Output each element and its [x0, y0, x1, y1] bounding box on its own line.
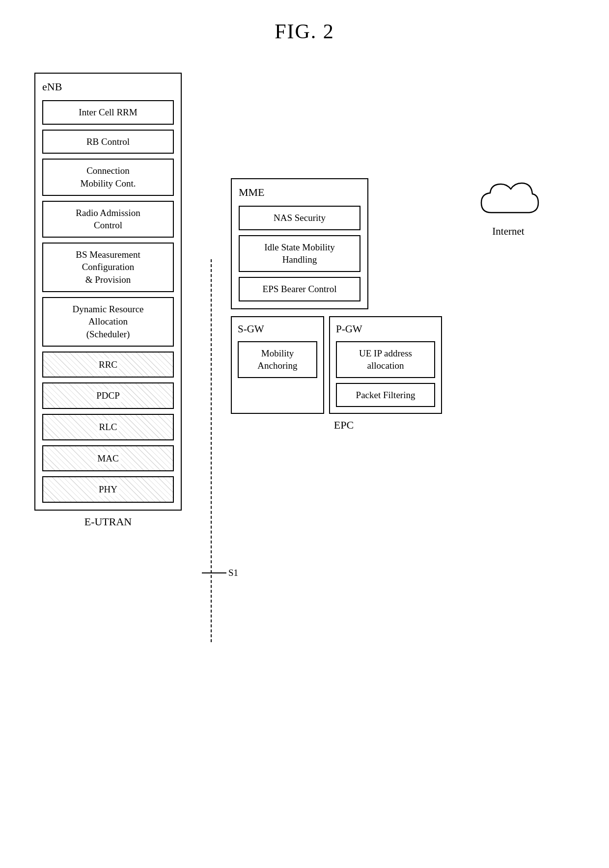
pgw-outer-box: P-GW UE IP addressallocation Packet Filt…: [329, 316, 442, 414]
epc-label: EPC: [231, 419, 457, 432]
rrc-label: RRC: [97, 358, 119, 371]
ue-ip-box: UE IP addressallocation: [336, 341, 435, 378]
rlc-box: RLC: [42, 414, 174, 440]
idle-state-box: Idle State MobilityHandling: [239, 235, 360, 272]
eps-bearer-box: EPS Bearer Control: [239, 277, 360, 301]
page: FIG. 2 eNB Inter Cell RRM RB Control Con…: [0, 0, 609, 868]
s1-section: S1: [192, 73, 231, 642]
rrc-box: RRC: [42, 352, 174, 378]
mac-label: MAC: [95, 452, 120, 465]
gw-row: S-GW MobilityAnchoring P-GW UE IP addres…: [231, 316, 457, 414]
e-utran-label: E-UTRAN: [34, 515, 182, 528]
internet-section: Internet: [476, 178, 540, 238]
packet-filtering-text: Packet Filtering: [356, 390, 415, 400]
s1-label-container: S1: [202, 568, 238, 578]
mme-label: MME: [239, 186, 360, 199]
mobility-anchoring-box: MobilityAnchoring: [238, 341, 317, 378]
mme-outer-box: MME NAS Security Idle State MobilityHand…: [231, 178, 368, 309]
s1-horizontal-line: [202, 572, 226, 573]
pgw-label: P-GW: [336, 323, 435, 335]
pdcp-box: PDCP: [42, 382, 174, 409]
sgw-outer-box: S-GW MobilityAnchoring: [231, 316, 324, 414]
diagram-container: eNB Inter Cell RRM RB Control Connection…: [20, 73, 589, 642]
sgw-label: S-GW: [238, 323, 317, 335]
internet-cloud-icon: [476, 178, 540, 222]
s1-dashed-line: S1: [211, 259, 212, 642]
phy-label: PHY: [97, 483, 119, 496]
nas-security-text: NAS Security: [274, 213, 326, 223]
connection-mobility-box: ConnectionMobility Cont.: [42, 159, 174, 195]
phy-box: PHY: [42, 476, 174, 503]
rb-control-box: RB Control: [42, 130, 174, 154]
eps-bearer-text: EPS Bearer Control: [263, 284, 337, 294]
inter-cell-rrm-box: Inter Cell RRM: [42, 100, 174, 125]
rlc-label: RLC: [97, 421, 119, 434]
bs-measurement-box: BS MeasurementConfiguration& Provision: [42, 243, 174, 292]
s1-text: S1: [228, 568, 238, 578]
epc-section: MME NAS Security Idle State MobilityHand…: [231, 178, 471, 432]
nas-security-box: NAS Security: [239, 206, 360, 230]
enb-label: eNB: [42, 81, 174, 93]
internet-label: Internet: [492, 225, 524, 238]
figure-title: FIG. 2: [20, 20, 589, 43]
pdcp-label: PDCP: [94, 389, 122, 402]
enb-section: eNB Inter Cell RRM RB Control Connection…: [34, 73, 192, 528]
dynamic-resource-box: Dynamic ResourceAllocation(Scheduler): [42, 297, 174, 347]
mac-box: MAC: [42, 445, 174, 472]
radio-admission-box: Radio AdmissionControl: [42, 201, 174, 238]
enb-outer-box: eNB Inter Cell RRM RB Control Connection…: [34, 73, 182, 511]
packet-filtering-box: Packet Filtering: [336, 383, 435, 407]
